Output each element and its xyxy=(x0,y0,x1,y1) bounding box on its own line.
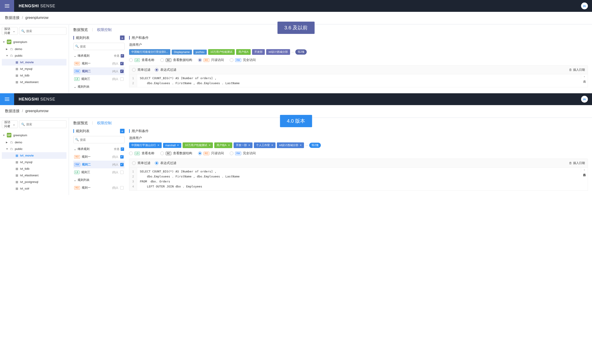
tree-table-item[interactable]: ▦ivt_mysql xyxy=(2,159,67,165)
tree-folder-public[interactable]: 🗀 public xyxy=(2,52,67,59)
user-chip[interactable]: 个人工作室✕ xyxy=(254,143,275,148)
tree-folder-demo[interactable]: 🗀 demo xyxy=(2,139,67,146)
rule-row[interactable]: LS规则三(0)人 xyxy=(73,168,125,176)
breadcrumb-root[interactable]: 数据连接 xyxy=(5,16,20,20)
access-option[interactable]: RO只读访问 xyxy=(198,151,224,155)
access-option[interactable]: RW完全访问 xyxy=(230,58,256,62)
sidebar-search-input[interactable] xyxy=(26,29,64,33)
tree-table-item[interactable]: ▦ivt_elastisearc xyxy=(2,172,67,179)
add-rule-button[interactable]: + xyxy=(120,35,125,40)
chip-remove-icon[interactable]: ✕ xyxy=(228,144,230,147)
rule-group-inherit[interactable]: ⌄ 继承规则 全选 xyxy=(73,145,125,153)
tree-table-item[interactable]: ▦ivt_movie xyxy=(2,59,67,65)
sidebar-search[interactable]: 🔍 xyxy=(19,27,67,35)
filter-expression[interactable]: 表达式过滤 xyxy=(155,68,176,72)
tab-preview[interactable]: 数据预览 xyxy=(73,27,88,32)
filter-expression[interactable]: 表达式过滤 xyxy=(155,161,176,165)
breadcrumb-root[interactable]: 数据连接 xyxy=(5,109,20,113)
tree-folder-public[interactable]: 🗀 public xyxy=(2,146,67,152)
rule-row[interactable]: RO规则一(0)人 xyxy=(73,153,125,161)
tree-table-item[interactable]: ▦ivt_movie xyxy=(2,152,67,159)
user-chip[interactable]: marshall✕ xyxy=(163,143,181,148)
tree-table-item[interactable]: ▦ivt_tidb xyxy=(2,165,67,172)
rule-checkbox[interactable] xyxy=(120,171,124,174)
user-chip[interactable]: Displayname xyxy=(172,50,192,55)
access-option[interactable]: LS查看名称 xyxy=(129,151,154,155)
tree-root[interactable]: GP greenplum xyxy=(2,131,67,139)
access-option[interactable]: RO只读访问 xyxy=(198,58,224,62)
user-chip[interactable]: xd设计西城分部 xyxy=(266,49,290,55)
rule-group-list[interactable]: ⌄ 规则列表 xyxy=(73,83,125,91)
add-rule-button[interactable]: + xyxy=(120,129,125,133)
more-pill[interactable]: 等2项 xyxy=(309,143,321,148)
rule-row[interactable]: RW规则二(4)人 xyxy=(73,67,125,75)
more-ellipsis[interactable]: ··· xyxy=(305,143,308,147)
insert-date-button[interactable]: 🗓 插入日期 xyxy=(569,161,585,165)
tree-table-item[interactable]: ▦ivt_solr xyxy=(2,185,67,192)
rule-checkbox[interactable] xyxy=(120,77,124,81)
tree-table-item[interactable]: ▦ivt_postgresql xyxy=(2,179,67,185)
select-all-checkbox[interactable] xyxy=(121,54,124,58)
tab-preview[interactable]: 数据预览 xyxy=(73,121,88,126)
chip-remove-icon[interactable]: ✕ xyxy=(157,144,160,147)
rule-checkbox[interactable] xyxy=(120,155,124,159)
rule-checkbox[interactable] xyxy=(120,186,124,189)
rule-group-inherit[interactable]: ⌄ 继承规则 全选 xyxy=(73,52,125,60)
function-panel-toggle[interactable]: ‹函 xyxy=(581,74,588,79)
filter-row: 简单过滤 表达式过滤 🗓 插入日期 xyxy=(129,159,588,168)
user-chip[interactable]: xd设计西城分部✕ xyxy=(277,143,304,148)
rule-checkbox[interactable] xyxy=(120,163,124,166)
access-option[interactable]: LS查看名称 xyxy=(129,58,154,62)
avatar[interactable]: IA xyxy=(581,2,588,9)
access-option[interactable]: RW完全访问 xyxy=(230,151,256,155)
chip-remove-icon[interactable]: ✕ xyxy=(209,144,211,147)
menu-button[interactable] xyxy=(0,0,14,12)
tab-permission[interactable]: 权限控制 xyxy=(97,121,112,126)
user-chip[interactable]: yuzhou xyxy=(193,50,207,55)
user-chip[interactable]: 10万用户性能测试 xyxy=(208,49,235,55)
access-option[interactable]: SC查看数据结构 xyxy=(160,58,192,62)
user-chip[interactable]: 用户组A xyxy=(236,49,251,55)
user-chip[interactable]: 中国银行河南省分行营业部0... xyxy=(129,49,170,55)
user-chip[interactable]: 10万用户性能测试✕ xyxy=(183,143,213,148)
chip-remove-icon[interactable]: ✕ xyxy=(271,144,273,147)
visitor-select[interactable]: 按访问者 ⌄ xyxy=(2,27,18,35)
tree-folder-demo[interactable]: 🗀 demo xyxy=(2,46,67,52)
tree-table-item[interactable]: ▦ivt_tidb xyxy=(2,72,67,79)
more-ellipsis[interactable]: ··· xyxy=(292,50,294,54)
insert-date-button[interactable]: 🗓 插入日期 xyxy=(569,68,585,72)
sql-editor[interactable]: 1234 SELECT COUNT_BIG(*) AS [Number of o… xyxy=(129,168,588,191)
rule-search[interactable]: 🔍 xyxy=(73,43,125,50)
user-chip[interactable]: 用户组A✕ xyxy=(214,143,232,148)
rule-checkbox[interactable] xyxy=(120,62,124,65)
rule-row[interactable]: LS规则三(0)人 xyxy=(73,75,125,83)
filter-simple[interactable]: 简单过滤 xyxy=(132,161,150,165)
rule-group-list[interactable]: ⌄ 规则列表 xyxy=(73,176,125,184)
select-all-checkbox[interactable] xyxy=(121,147,124,151)
user-chip[interactable]: 开发一部✕ xyxy=(234,143,253,148)
filter-simple[interactable]: 简单过滤 xyxy=(132,68,150,72)
function-panel-toggle[interactable]: ‹函数 xyxy=(581,168,588,172)
tab-permission[interactable]: 权限控制 xyxy=(97,27,112,32)
tree-table-item[interactable]: ▦ivt_elastisearc xyxy=(2,79,67,85)
tree-root[interactable]: GP greenplum xyxy=(2,38,67,46)
chip-remove-icon[interactable]: ✕ xyxy=(300,144,302,147)
rule-row[interactable]: RO 规则一 (0)人 xyxy=(73,184,125,192)
chip-remove-icon[interactable]: ✕ xyxy=(177,144,179,147)
user-chip[interactable]: 中国银行平顶山分行✕ xyxy=(129,143,162,148)
tree-table-item[interactable]: ▦ivt_mysql xyxy=(2,65,67,72)
sidebar-search[interactable]: 🔍 xyxy=(19,120,67,128)
access-option[interactable]: SC查看数据结构 xyxy=(160,151,192,155)
menu-button[interactable] xyxy=(0,93,14,105)
rule-search[interactable]: 🔍 xyxy=(73,136,125,143)
rule-checkbox[interactable] xyxy=(120,70,124,73)
rule-row[interactable]: RW规则二(4)人 xyxy=(73,161,125,168)
more-pill[interactable]: 等2项 xyxy=(295,49,307,55)
visitor-select[interactable]: 按访问者 ⌄ xyxy=(2,120,18,128)
rule-row[interactable]: RO规则一(0)人 xyxy=(73,60,125,67)
chip-remove-icon[interactable]: ✕ xyxy=(248,144,250,147)
avatar[interactable]: IA xyxy=(581,96,588,103)
sidebar-search-input[interactable] xyxy=(26,123,64,126)
sql-editor[interactable]: 12 SELECT COUNT_BIG(*) AS [Number of ord… xyxy=(129,74,588,87)
user-chip[interactable]: 开发部 xyxy=(252,49,265,55)
